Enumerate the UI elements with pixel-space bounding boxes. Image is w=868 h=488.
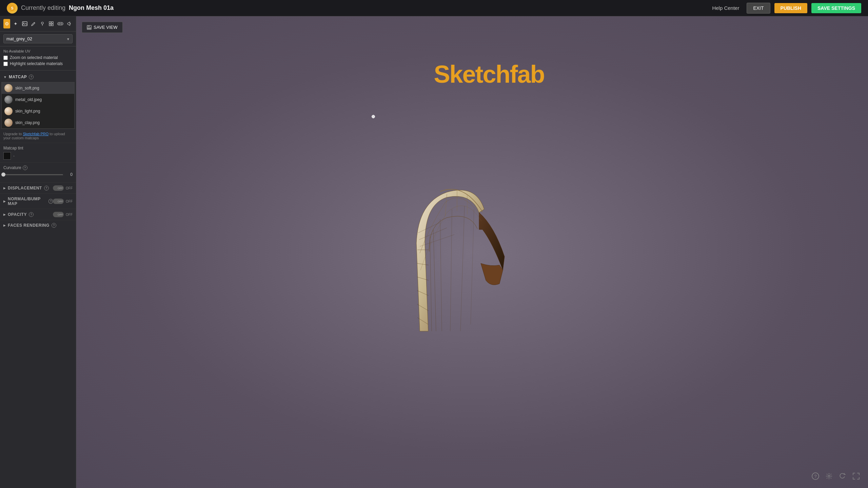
upgrade-text: Upgrade to [3,132,23,136]
svg-line-26 [440,219,442,331]
toolbar: ⚙ ✦ [0,16,76,32]
matcap-item-skin-light[interactable]: skin_light.png [2,105,74,117]
displacement-state: OFF [66,186,73,190]
toolbar-edit-icon[interactable] [30,19,37,28]
model-name: Ngon Mesh 01a [69,4,114,12]
curvature-value: 0 [66,172,73,177]
matcap-ball-skin-soft [4,84,13,92]
svg-rect-5 [49,22,51,23]
faces-rendering-chevron: ▶ [3,224,6,227]
opacity-toggle[interactable] [53,212,64,217]
material-selector: mat_grey_02 mat_grey_01 mat_red_01 [0,32,76,46]
highlight-checkbox-row[interactable]: Highlight selectable materials [3,61,73,66]
curvature-slider-thumb[interactable] [1,172,5,177]
curvature-help-icon[interactable]: ? [23,165,27,170]
svg-point-35 [828,475,830,477]
matcap-section: ▼ MATCAP ? skin_soft.png metal_old.jpeg [0,70,76,182]
toolbar-settings-icon[interactable]: ⚙ [3,19,10,28]
main-layout: ⚙ ✦ [0,16,868,488]
matcap-list: skin_soft.png metal_old.jpeg skin_light.… [1,82,75,129]
editing-label: Currently editing [21,4,65,12]
tint-section: Matcap tint - [0,143,76,162]
upgrade-link[interactable]: Sketchfab PRO [23,132,48,136]
zoom-checkbox[interactable] [3,56,8,60]
displacement-toggle[interactable] [53,185,64,191]
faces-rendering-left: ▶ FACES RENDERING ? [3,223,56,228]
matcap-item-metal-old[interactable]: metal_old.jpeg [2,94,74,105]
displacement-label: DISPLACEMENT [8,186,42,190]
no-uv-label: No Available UV [3,49,73,53]
toolbar-shape-icon[interactable]: ✦ [12,19,19,28]
refresh-viewport-icon[interactable] [837,471,848,481]
header: S Currently editing Ngon Mesh 01a Help C… [0,0,868,16]
viewport[interactable]: SAVE VIEW Sketchfab [76,16,868,488]
faces-rendering-section[interactable]: ▶ FACES RENDERING ? [0,220,76,230]
toolbar-audio-icon[interactable] [66,19,73,28]
svg-rect-7 [49,24,51,26]
help-center-button[interactable]: Help Center [709,3,743,13]
material-dropdown[interactable]: mat_grey_02 mat_grey_01 mat_red_01 [3,34,73,43]
matcap-name-skin-soft: skin_soft.png [15,86,39,90]
fullscreen-viewport-icon[interactable] [851,471,861,481]
mesh-container [379,175,549,346]
displacement-section[interactable]: ▶ DISPLACEMENT ? OFF [0,182,76,194]
help-viewport-icon[interactable]: ? [810,471,821,481]
highlight-checkbox[interactable] [3,62,8,66]
normal-bump-toggle[interactable] [53,199,64,204]
publish-button[interactable]: PUBLISH [774,3,807,13]
upgrade-section: Upgrade to Sketchfab PRO to upload your … [0,129,76,143]
svg-line-28 [460,206,465,331]
sidebar: ⚙ ✦ [0,16,76,488]
svg-point-11 [61,23,62,24]
header-left: S Currently editing Ngon Mesh 01a [7,3,114,14]
toolbar-pin-icon[interactable] [39,19,46,28]
curvature-section: Curvature ? 0 [0,162,76,180]
save-view-button[interactable]: SAVE VIEW [82,22,123,33]
material-dropdown-wrapper: mat_grey_02 mat_grey_01 mat_red_01 [3,34,73,43]
svg-line-24 [430,236,432,331]
normal-bump-section[interactable]: ▶ NORMAL/BUMP MAP ? OFF [0,194,76,209]
matcap-name-skin-clay: skin_clay.png [15,120,40,125]
toolbar-grid-icon[interactable] [48,19,55,28]
matcap-help-icon[interactable]: ? [29,75,34,79]
zoom-label: Zoom on selected material [10,55,58,60]
opacity-section[interactable]: ▶ OPACITY ? OFF [0,209,76,220]
svg-line-29 [471,209,474,324]
highlight-label: Highlight selectable materials [10,61,63,66]
exit-button[interactable]: EXIT [747,3,770,14]
options-section: No Available UV Zoom on selected materia… [0,46,76,70]
save-settings-button[interactable]: SAVE SETTINGS [811,3,861,13]
matcap-name-skin-light: skin_light.png [15,109,40,114]
toolbar-vr-icon[interactable] [57,19,64,28]
opacity-left: ▶ OPACITY ? [3,212,34,217]
faces-rendering-help-icon[interactable]: ? [52,223,56,228]
matcap-ball-skin-clay [4,119,13,127]
matcap-collapse-icon[interactable]: ▼ [3,75,7,79]
matcap-title: MATCAP [9,75,27,79]
svg-rect-13 [88,25,90,27]
svg-text:?: ? [814,474,816,479]
toolbar-image-icon[interactable] [21,19,28,28]
matcap-item-skin-clay[interactable]: skin_clay.png [2,117,74,128]
matcap-name-metal-old: metal_old.jpeg [15,97,42,102]
svg-rect-2 [22,22,27,26]
curvature-header: Curvature ? [3,165,73,170]
curvature-slider[interactable] [3,174,63,175]
displacement-chevron: ▶ [3,186,6,190]
zoom-checkbox-row[interactable]: Zoom on selected material [3,55,73,60]
svg-line-25 [433,229,436,331]
viewport-bottom-icons: ? [810,471,861,481]
sidebar-scrollable: mat_grey_02 mat_grey_01 mat_red_01 No Av… [0,32,76,488]
opacity-state: OFF [66,213,73,217]
settings-viewport-icon[interactable] [824,471,834,481]
normal-bump-help-icon[interactable]: ? [48,199,53,204]
opacity-help-icon[interactable]: ? [29,212,34,217]
svg-line-27 [450,209,452,331]
curvature-label: Curvature [3,165,21,170]
displacement-help-icon[interactable]: ? [44,186,49,190]
matcap-item-skin-soft[interactable]: skin_soft.png [2,82,74,94]
save-icon [87,25,92,30]
tint-color-picker[interactable] [3,152,11,160]
normal-bump-left: ▶ NORMAL/BUMP MAP ? [3,197,53,206]
normal-bump-chevron: ▶ [3,200,6,203]
